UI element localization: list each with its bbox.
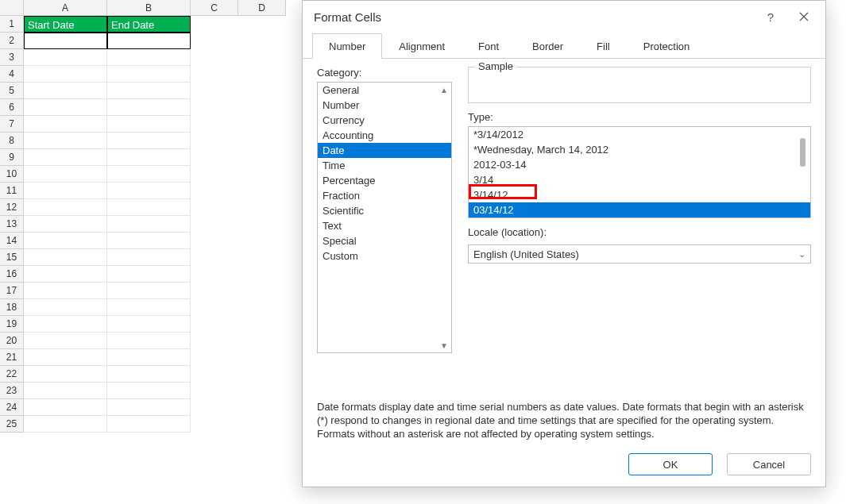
category-item-date[interactable]: Date <box>318 143 451 158</box>
row-header-9[interactable]: 9 <box>0 149 24 166</box>
cell-D13[interactable] <box>238 216 286 233</box>
cell-B3[interactable] <box>107 49 191 66</box>
category-item-special[interactable]: Special <box>318 233 451 248</box>
cell-C15[interactable] <box>191 249 238 266</box>
cell-A19[interactable] <box>24 316 107 333</box>
cell-A1[interactable]: Start Date <box>24 16 107 33</box>
scroll-down-icon[interactable]: ▼ <box>438 340 450 351</box>
help-button[interactable]: ? <box>754 5 787 29</box>
cell-C6[interactable] <box>191 99 238 116</box>
cell-A15[interactable] <box>24 249 107 266</box>
cell-D1[interactable] <box>238 16 286 33</box>
cell-C5[interactable] <box>191 83 238 99</box>
column-header-A[interactable]: A <box>24 0 107 16</box>
cell-C23[interactable] <box>191 383 238 399</box>
row-header-7[interactable]: 7 <box>0 116 24 133</box>
cell-D17[interactable] <box>238 283 286 299</box>
row-header-12[interactable]: 12 <box>0 199 24 216</box>
type-item[interactable]: 14-Mar <box>469 217 810 218</box>
cell-A13[interactable] <box>24 216 107 233</box>
ok-button[interactable]: OK <box>628 453 713 475</box>
cell-D6[interactable] <box>238 99 286 116</box>
category-item-fraction[interactable]: Fraction <box>318 188 451 203</box>
row-header-16[interactable]: 16 <box>0 266 24 283</box>
type-scrollbar[interactable] <box>799 129 809 216</box>
tab-fill[interactable]: Fill <box>580 33 627 59</box>
row-header-22[interactable]: 22 <box>0 366 24 383</box>
cell-D11[interactable] <box>238 183 286 199</box>
cell-B11[interactable] <box>107 183 191 199</box>
cell-D9[interactable] <box>238 149 286 166</box>
category-item-number[interactable]: Number <box>318 98 451 113</box>
type-item[interactable]: 3/14/12 <box>469 187 810 202</box>
cell-A22[interactable] <box>24 366 107 383</box>
cell-B4[interactable] <box>107 66 191 83</box>
cell-B17[interactable] <box>107 283 191 299</box>
cell-B16[interactable] <box>107 266 191 283</box>
cell-C21[interactable] <box>191 349 238 366</box>
category-item-text[interactable]: Text <box>318 218 451 233</box>
tab-border[interactable]: Border <box>516 33 580 59</box>
cancel-button[interactable]: Cancel <box>727 453 811 475</box>
cell-C4[interactable] <box>191 66 238 83</box>
category-item-percentage[interactable]: Percentage <box>318 173 451 188</box>
cell-A8[interactable] <box>24 133 107 149</box>
row-header-13[interactable]: 13 <box>0 216 24 233</box>
cell-D8[interactable] <box>238 133 286 149</box>
tab-alignment[interactable]: Alignment <box>382 33 462 59</box>
row-header-24[interactable]: 24 <box>0 399 24 416</box>
cell-D25[interactable] <box>238 416 286 433</box>
cell-A24[interactable] <box>24 399 107 416</box>
cell-D10[interactable] <box>238 166 286 183</box>
cell-B9[interactable] <box>107 149 191 166</box>
tab-font[interactable]: Font <box>462 33 516 59</box>
row-header-25[interactable]: 25 <box>0 416 24 433</box>
category-list[interactable]: ▲ GeneralNumberCurrencyAccountingDateTim… <box>317 82 452 353</box>
cell-D19[interactable] <box>238 316 286 333</box>
cell-B12[interactable] <box>107 199 191 216</box>
cell-D15[interactable] <box>238 249 286 266</box>
cell-B6[interactable] <box>107 99 191 116</box>
dialog-titlebar[interactable]: Format Cells ? <box>303 1 825 33</box>
type-item[interactable]: 03/14/12 <box>469 202 810 217</box>
cell-D12[interactable] <box>238 199 286 216</box>
type-item[interactable]: *Wednesday, March 14, 2012 <box>469 142 810 157</box>
cell-C13[interactable] <box>191 216 238 233</box>
scroll-up-icon[interactable]: ▲ <box>438 84 450 95</box>
row-header-15[interactable]: 15 <box>0 249 24 266</box>
cell-C3[interactable] <box>191 49 238 66</box>
cell-C14[interactable] <box>191 233 238 249</box>
row-header-3[interactable]: 3 <box>0 49 24 66</box>
cell-B15[interactable] <box>107 249 191 266</box>
cell-D21[interactable] <box>238 349 286 366</box>
cell-D20[interactable] <box>238 333 286 349</box>
cell-C10[interactable] <box>191 166 238 183</box>
cell-C9[interactable] <box>191 149 238 166</box>
cell-A21[interactable] <box>24 349 107 366</box>
row-header-17[interactable]: 17 <box>0 283 24 299</box>
cell-C22[interactable] <box>191 366 238 383</box>
row-header-20[interactable]: 20 <box>0 333 24 349</box>
select-all-corner[interactable] <box>0 0 24 16</box>
cell-A11[interactable] <box>24 183 107 199</box>
cell-B21[interactable] <box>107 349 191 366</box>
cell-D7[interactable] <box>238 116 286 133</box>
cell-D4[interactable] <box>238 66 286 83</box>
cell-A20[interactable] <box>24 333 107 349</box>
row-header-14[interactable]: 14 <box>0 233 24 249</box>
cell-A7[interactable] <box>24 116 107 133</box>
cell-A12[interactable] <box>24 199 107 216</box>
cell-D24[interactable] <box>238 399 286 416</box>
tab-number[interactable]: Number <box>312 33 382 59</box>
row-header-6[interactable]: 6 <box>0 99 24 116</box>
cell-C24[interactable] <box>191 399 238 416</box>
cell-C19[interactable] <box>191 316 238 333</box>
row-header-4[interactable]: 4 <box>0 66 24 83</box>
scrollbar-thumb[interactable] <box>800 138 805 167</box>
cell-C20[interactable] <box>191 333 238 349</box>
cell-B24[interactable] <box>107 399 191 416</box>
cell-A17[interactable] <box>24 283 107 299</box>
cell-B8[interactable] <box>107 133 191 149</box>
cell-B23[interactable] <box>107 383 191 399</box>
type-item[interactable]: 2012-03-14 <box>469 157 810 172</box>
